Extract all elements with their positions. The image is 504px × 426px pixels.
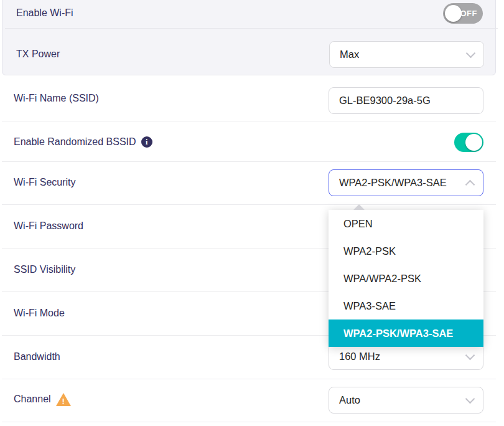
toggle-knob xyxy=(465,134,482,151)
toggle-off-text: OFF xyxy=(460,3,478,24)
wifi-security-label-text: Wi-Fi Security xyxy=(14,176,76,189)
ssid-visibility-label-text: SSID Visibility xyxy=(14,263,75,277)
wifi-security-select[interactable]: WPA2-PSK/WPA3-SAE xyxy=(329,169,483,196)
channel-label-text: Channel xyxy=(14,392,51,406)
channel-label: Channel xyxy=(14,392,71,406)
wifi-name-label-text: Wi-Fi Name (SSID) xyxy=(14,92,99,105)
tx-power-label: TX Power xyxy=(16,47,60,61)
wifi-name-label: Wi-Fi Name (SSID) xyxy=(14,92,99,105)
bandwidth-select[interactable]: 160 MHz xyxy=(329,343,483,370)
tx-power-label-text: TX Power xyxy=(16,47,60,61)
ssid-visibility-label: SSID Visibility xyxy=(14,263,75,277)
divider xyxy=(2,422,496,422)
wifi-master-section: Enable Wi-Fi OFF TX Power Max xyxy=(2,0,496,75)
bandwidth-value: 160 MHz xyxy=(339,351,380,362)
tx-power-select[interactable]: Max xyxy=(329,41,484,68)
dropdown-pointer-icon xyxy=(353,204,365,210)
enable-wifi-label-text: Enable Wi-Fi xyxy=(16,6,73,20)
wifi-password-label: Wi-Fi Password xyxy=(14,219,83,233)
channel-value: Auto xyxy=(339,394,360,406)
divider xyxy=(2,379,496,379)
enable-wifi-toggle[interactable]: OFF xyxy=(443,3,483,24)
chevron-up-icon xyxy=(467,181,473,187)
security-option-wpa2-psk[interactable]: WPA2-PSK xyxy=(329,237,483,265)
channel-select[interactable]: Auto xyxy=(329,387,483,414)
warning-triangle-icon[interactable] xyxy=(56,393,71,406)
chevron-down-icon xyxy=(467,352,473,358)
wifi-mode-label-text: Wi-Fi Mode xyxy=(14,306,65,320)
enable-wifi-label: Enable Wi-Fi xyxy=(16,6,73,20)
divider xyxy=(2,121,496,121)
randomized-bssid-label: Enable Randomized BSSID xyxy=(14,135,152,149)
wifi-security-value: WPA2-PSK/WPA3-SAE xyxy=(339,177,447,189)
randomized-bssid-label-text: Enable Randomized BSSID xyxy=(14,135,136,149)
chevron-down-icon xyxy=(467,50,474,56)
security-option-wpa3-sae[interactable]: WPA3-SAE xyxy=(329,292,483,320)
divider xyxy=(5,28,498,29)
divider xyxy=(2,161,496,162)
toggle-knob xyxy=(445,5,462,22)
tx-power-value: Max xyxy=(340,49,359,60)
wifi-mode-label: Wi-Fi Mode xyxy=(14,306,65,320)
wifi-password-label-text: Wi-Fi Password xyxy=(14,219,83,233)
wifi-name-input[interactable] xyxy=(329,87,483,114)
wifi-security-dropdown: OPEN WPA2-PSK WPA/WPA2-PSK WPA3-SAE WPA2… xyxy=(329,210,483,347)
security-option-wpa2-psk-wpa3-sae[interactable]: WPA2-PSK/WPA3-SAE xyxy=(329,320,483,347)
security-option-open[interactable]: OPEN xyxy=(329,210,483,237)
randomized-bssid-toggle[interactable] xyxy=(454,133,483,152)
info-circle-icon[interactable] xyxy=(141,136,152,148)
wifi-security-label: Wi-Fi Security xyxy=(14,176,76,189)
bandwidth-label-text: Bandwidth xyxy=(14,350,60,364)
chevron-down-icon xyxy=(467,395,473,402)
security-option-wpa-wpa2-psk[interactable]: WPA/WPA2-PSK xyxy=(329,265,483,292)
bandwidth-label: Bandwidth xyxy=(14,350,60,364)
wifi-settings-panel: Enable Wi-Fi OFF TX Power Max Wi-Fi Name… xyxy=(0,0,504,426)
divider xyxy=(2,204,496,205)
